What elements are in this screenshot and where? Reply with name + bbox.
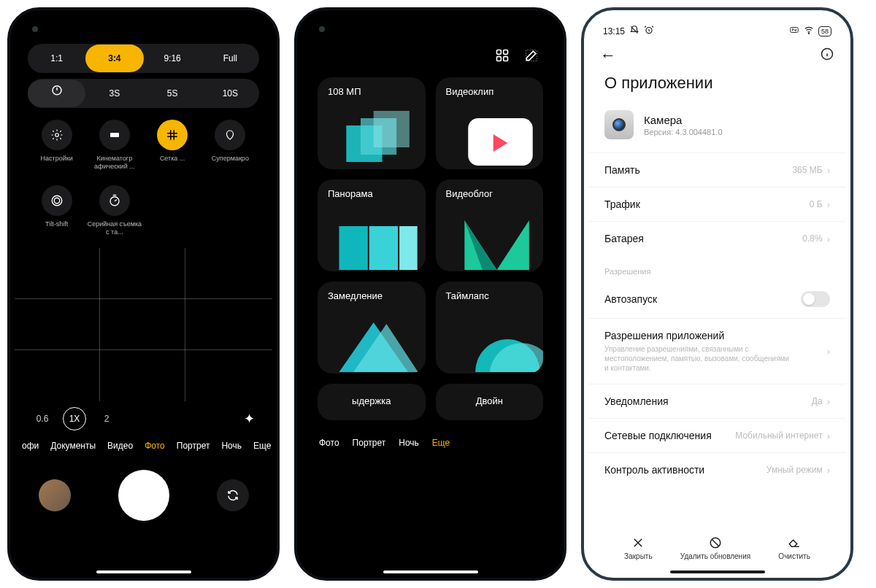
row-autostart[interactable]: Автозапуск [588, 280, 846, 318]
timer-10s[interactable]: 10S [201, 80, 259, 107]
gallery-thumbnail[interactable] [39, 479, 71, 511]
card-exposure[interactable]: ыдержка [318, 384, 426, 420]
app-name: Камера [644, 114, 723, 126]
card-panorama[interactable]: Панорама [318, 179, 426, 271]
mode-pro[interactable]: офи [22, 441, 39, 451]
aspect-ratio-segment[interactable]: 1:1 3:4 9:16 Full [28, 44, 259, 73]
tools-row-1: Настройки Кинематогр афический ... Сетка… [15, 112, 272, 178]
card-slowmo[interactable]: Замедление [318, 282, 426, 374]
mode-cards: 108 МП Видеоклип Панорама Видеоблог Заме… [301, 70, 559, 428]
shutter-button[interactable] [118, 470, 169, 521]
alarm-icon [644, 25, 654, 37]
home-indicator[interactable] [383, 570, 478, 573]
chevron-right-icon: › [827, 465, 830, 476]
mode-more[interactable]: Еще [253, 441, 271, 451]
card-videoclip[interactable]: Видеоклип [436, 77, 544, 169]
section-permissions-label: Разрешения [588, 255, 846, 280]
camera-app-icon [604, 110, 634, 139]
status-time: 13:15 [603, 26, 625, 36]
chevron-right-icon: › [827, 233, 830, 244]
tool-cinema[interactable]: Кинематогр афический ... [85, 120, 143, 171]
tool-tiltshift[interactable]: Tilt-shift [28, 185, 85, 236]
effects-icon[interactable]: ✦ [244, 411, 255, 427]
ratio-3-4[interactable]: 3:4 [85, 45, 143, 72]
footer-clear[interactable]: Очистить [778, 536, 810, 560]
zoom-2[interactable]: 2 [96, 414, 117, 424]
row-notifications[interactable]: Уведомления Да › [588, 384, 846, 418]
mode-portrait[interactable]: Портрет [177, 441, 210, 451]
svg-rect-2 [110, 133, 119, 137]
mode-documents[interactable]: Документы [50, 441, 96, 451]
svg-point-20 [808, 33, 809, 34]
switch-camera-button[interactable] [217, 479, 249, 511]
ratio-9-16[interactable]: 9:16 [144, 45, 201, 72]
chevron-right-icon: › [827, 396, 830, 407]
edit-icon[interactable] [524, 48, 539, 63]
row-activity[interactable]: Контроль активности Умный режим › [588, 452, 846, 487]
card-timelapse[interactable]: Таймлапс [436, 282, 544, 374]
app-header: Камера Версия: 4.3.004481.0 [588, 106, 846, 152]
tool-supermacro[interactable]: Супермакро [201, 120, 259, 171]
app-version: Версия: 4.3.004481.0 [644, 128, 723, 136]
grid-view-icon[interactable] [495, 48, 510, 63]
phone-app-info: 13:15 58 ← [581, 7, 853, 581]
svg-rect-6 [497, 50, 502, 55]
card-dual[interactable]: Двойн [436, 384, 544, 420]
footer-uninstall-updates[interactable]: Удалить обновления [680, 536, 750, 560]
info-icon[interactable] [820, 47, 834, 64]
svg-rect-8 [497, 57, 502, 61]
mode-night[interactable]: Ночь [221, 441, 242, 451]
svg-rect-15 [339, 226, 368, 270]
footer-actions: Закрыть Удалить обновления Очистить [588, 536, 846, 560]
front-camera-dot [319, 26, 325, 32]
chevron-right-icon: › [827, 199, 830, 210]
zoom-1x[interactable]: 1X [63, 407, 86, 430]
tool-settings[interactable]: Настройки [28, 120, 85, 171]
mute-icon [629, 25, 639, 37]
row-battery[interactable]: Батарея 0.8% › [588, 221, 846, 255]
ratio-full[interactable]: Full [201, 45, 259, 72]
home-indicator[interactable] [96, 570, 191, 573]
header: ← [588, 42, 846, 72]
mode-more[interactable]: Еще [432, 438, 450, 448]
timer-segment[interactable]: 3S 5S 10S [28, 79, 259, 108]
shutter-row [15, 455, 272, 535]
mode-night[interactable]: Ночь [399, 438, 419, 448]
mode-portrait[interactable]: Портрет [353, 438, 386, 448]
row-app-permissions[interactable]: Разрешения приложений Управление разреше… [588, 318, 846, 384]
phone-camera-settings: 1:1 3:4 9:16 Full 3S 5S 10S Настройки Ки… [7, 7, 280, 581]
tools-row-2: Tilt-shift Серийная съемка с та... [15, 178, 272, 244]
tool-burst[interactable]: Серийная съемка с та... [85, 185, 143, 236]
mode-strip[interactable]: офи Документы Видео Фото Портрет Ночь Ещ… [15, 436, 272, 455]
wifi-icon [804, 25, 814, 37]
mode-photo[interactable]: Фото [145, 441, 165, 451]
row-network[interactable]: Сетевые подключения Мобильный интернет › [588, 418, 846, 452]
timer-off[interactable] [28, 80, 85, 107]
viewfinder[interactable] [15, 248, 272, 401]
tool-grid[interactable]: Сетка ... [144, 120, 201, 171]
mode-video[interactable]: Видео [107, 441, 133, 451]
svg-point-3 [54, 198, 60, 204]
row-storage[interactable]: Память 365 МБ › [588, 152, 846, 187]
footer-close[interactable]: Закрыть [624, 536, 653, 560]
ratio-1-1[interactable]: 1:1 [28, 45, 85, 72]
card-108mp[interactable]: 108 МП [318, 77, 426, 169]
home-indicator[interactable] [670, 570, 765, 573]
mode-strip[interactable]: Фото Портрет Ночь Еще [301, 428, 559, 458]
chevron-right-icon: › [827, 165, 830, 176]
chevron-right-icon: › [827, 346, 830, 357]
row-traffic[interactable]: Трафик 0 Б › [588, 187, 846, 221]
zoom-row: 0.6 1X 2 ✦ [15, 401, 272, 436]
nfc-icon [789, 25, 799, 37]
card-vlog[interactable]: Видеоблог [436, 179, 544, 271]
page-title: О приложении [588, 72, 846, 106]
svg-rect-17 [399, 226, 418, 270]
chevron-right-icon: › [827, 430, 830, 441]
timer-5s[interactable]: 5S [144, 80, 201, 107]
back-button[interactable]: ← [600, 46, 616, 65]
timer-3s[interactable]: 3S [85, 80, 143, 107]
autostart-toggle[interactable] [801, 291, 830, 307]
mode-photo[interactable]: Фото [319, 438, 339, 448]
svg-rect-10 [526, 50, 537, 61]
zoom-0-6[interactable]: 0.6 [32, 414, 53, 424]
